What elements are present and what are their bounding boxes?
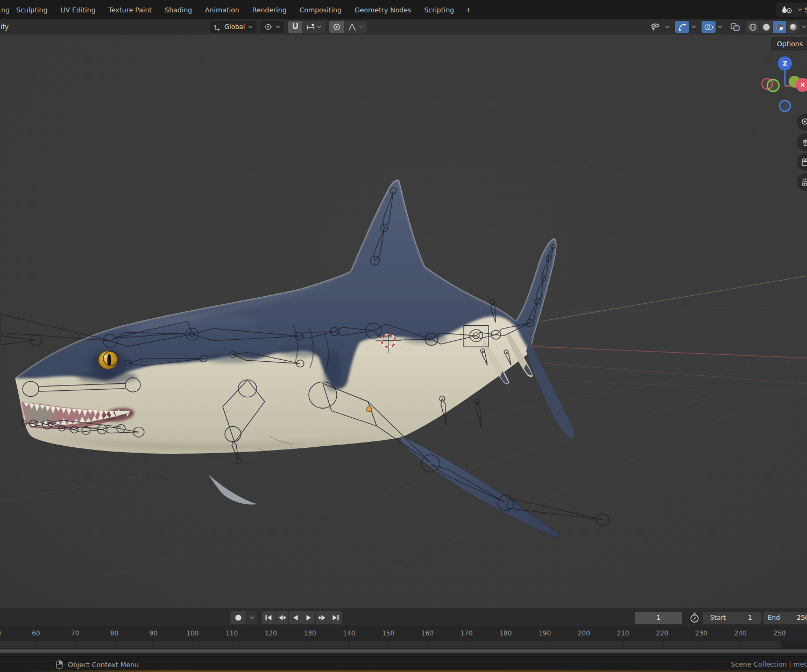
snap-increment-icon	[307, 24, 315, 31]
ruler-frame-label: 160	[421, 630, 434, 637]
navigation-gizmo[interactable]: X Z	[756, 56, 807, 123]
frame-gridline	[740, 641, 741, 648]
overlays-icon	[704, 24, 713, 31]
gizmo-z-label: Z	[783, 60, 787, 67]
tab-geometry-nodes[interactable]: Geometry Nodes	[348, 1, 417, 19]
after-end-range-shade	[781, 641, 807, 648]
current-frame-field[interactable]: 1	[635, 612, 682, 624]
auto-keying-record-button[interactable]	[230, 611, 246, 624]
show-overlays-toggle[interactable]	[702, 21, 716, 33]
timeline-scroll-row	[0, 648, 807, 654]
proportional-editing-icon	[333, 23, 341, 31]
tab-scripting[interactable]: Scripting	[417, 1, 461, 19]
active-collection-label: Scene Collection | meta	[731, 660, 807, 668]
shading-rendered-button[interactable]	[787, 21, 799, 33]
frame-gridline	[545, 641, 546, 648]
end-label: End	[768, 614, 780, 621]
jump-to-start-button[interactable]	[262, 611, 275, 624]
shading-wireframe-button[interactable]	[746, 21, 759, 33]
proportional-falloff-dropdown[interactable]	[344, 21, 367, 33]
snap-target-dropdown[interactable]	[303, 21, 325, 33]
chevron-down-icon[interactable]	[802, 25, 806, 28]
timeline-header: 1 Start 1 End 250	[0, 609, 807, 626]
jump-end-icon	[332, 614, 339, 621]
frame-gridline	[310, 641, 310, 648]
ruler-frame-label: 50	[0, 630, 1, 637]
frame-gridline	[193, 641, 193, 648]
pivot-point-dropdown[interactable]	[260, 21, 284, 33]
transform-snap-controls: Global	[210, 21, 367, 33]
xray-icon	[731, 23, 740, 31]
options-button[interactable]: Options	[771, 37, 807, 51]
timeline-ruler[interactable]: 5060708090100110120130140150160170180190…	[0, 626, 807, 641]
falloff-curve-icon	[348, 24, 356, 31]
snap-toggle-button[interactable]	[288, 21, 302, 33]
ruler-frame-label: 230	[695, 630, 707, 637]
tab-fragment-clipped[interactable]: ng	[0, 6, 10, 14]
ruler-frame-label: 170	[461, 630, 473, 637]
viewport-3d[interactable]: Options X Z	[0, 34, 807, 609]
frame-end-field[interactable]: End 250	[763, 612, 807, 624]
chevron-down-icon[interactable]	[718, 25, 723, 28]
object-visibility-button[interactable]	[648, 21, 663, 33]
workspace-tabs: SculptingUV EditingTexture PaintShadingA…	[10, 1, 461, 19]
tab-sculpting[interactable]: Sculpting	[10, 1, 54, 19]
pivot-point-icon	[264, 23, 272, 31]
next-keyframe-button[interactable]	[316, 611, 329, 624]
start-label: Start	[710, 614, 726, 621]
chevron-down-icon	[358, 25, 363, 28]
play-reverse-button[interactable]	[289, 611, 302, 624]
shading-solid-button[interactable]	[760, 21, 773, 33]
frame-gridline	[114, 641, 115, 648]
clipped-mode-label[interactable]: ify	[1, 23, 9, 31]
chevron-down-icon[interactable]	[665, 25, 670, 28]
chevron-down-icon	[317, 25, 322, 28]
ruler-frame-label: 150	[382, 630, 394, 637]
tab-compositing[interactable]: Compositing	[293, 1, 348, 19]
tab-uv-editing[interactable]: UV Editing	[54, 1, 102, 19]
viewport-canvas[interactable]	[0, 34, 807, 609]
chevron-down-icon[interactable]	[691, 25, 696, 28]
ruler-frame-label: 80	[110, 630, 118, 637]
gizmo-minus-y	[767, 80, 779, 91]
ruler-frame-label: 250	[774, 630, 786, 637]
scene-name: S	[805, 6, 807, 14]
frame-start-field[interactable]: Start 1	[703, 612, 761, 624]
shading-material-preview-button[interactable]	[773, 21, 786, 33]
hand-icon	[802, 138, 807, 147]
status-hint: Object Context Menu	[56, 660, 139, 669]
tab-animation[interactable]: Animation	[199, 1, 246, 19]
orientation-label: Global	[224, 23, 245, 31]
ruler-frame-label: 190	[539, 630, 551, 637]
ruler-frame-label: 90	[150, 630, 158, 637]
ruler-frame-label: 210	[617, 630, 629, 637]
scene-datablock-icon	[781, 5, 795, 14]
timeline-tracks[interactable]	[0, 641, 807, 648]
frame-gridline	[780, 641, 780, 648]
viewport-display-controls	[648, 21, 806, 33]
frame-gridline	[662, 641, 663, 648]
xray-toggle[interactable]	[729, 21, 741, 33]
tab-texture-paint[interactable]: Texture Paint	[102, 1, 159, 19]
end-value: 250	[797, 614, 807, 621]
grid-icon	[802, 178, 807, 187]
tab-shading[interactable]: Shading	[158, 1, 199, 19]
previous-keyframe-button[interactable]	[275, 611, 288, 624]
chevron-down-icon	[250, 616, 254, 619]
playback-controls	[262, 611, 342, 624]
proportional-editing-toggle[interactable]	[329, 21, 344, 33]
add-workspace-button[interactable]: +	[461, 1, 476, 19]
timeline-scrollbar[interactable]	[0, 649, 807, 653]
show-gizmo-toggle[interactable]	[675, 21, 689, 33]
transform-orientation-dropdown[interactable]: Global	[210, 21, 257, 33]
auto-keying-dropdown[interactable]	[247, 611, 257, 624]
frame-gridline	[623, 641, 624, 648]
frame-gridline	[271, 641, 271, 648]
ruler-frame-label: 70	[71, 630, 79, 637]
frame-gridline	[388, 641, 389, 648]
ruler-frame-label: 220	[656, 630, 668, 637]
scene-selector[interactable]: S	[776, 3, 807, 17]
play-button[interactable]	[302, 611, 315, 624]
tab-rendering[interactable]: Rendering	[246, 1, 293, 19]
jump-to-end-button[interactable]	[329, 611, 342, 624]
